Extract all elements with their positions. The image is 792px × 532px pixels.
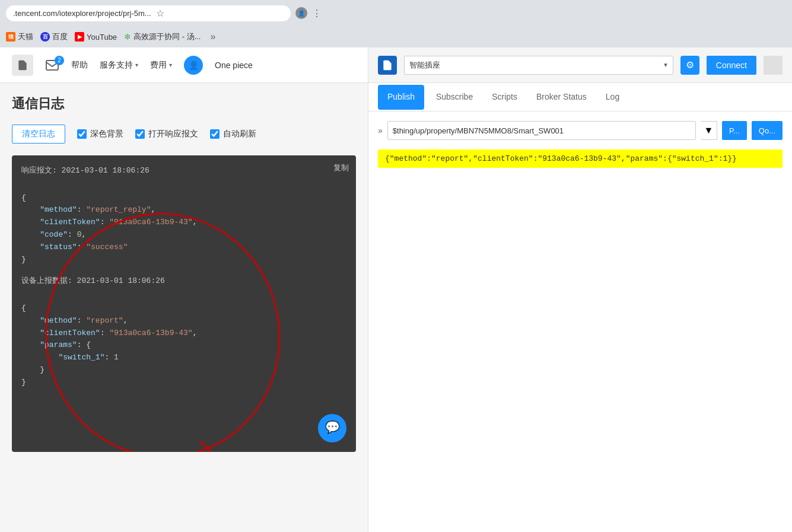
tab-broker-status[interactable]: Broker Status [527,85,596,110]
response-checkbox[interactable] [135,129,145,139]
log-area: 复制 响应报文: 2021-03-01 18:06:26 [12,155,356,452]
bookmarks-more-button[interactable]: » [210,31,215,42]
device-select[interactable]: 智能插座 [404,56,673,75]
mqtt-app-icon [378,56,397,75]
profile-icon[interactable]: 👤 [295,7,307,19]
log-entry-1-header: 响应报文: 2021-03-01 18:06:26 [21,165,346,177]
bookmark-taobao-label: 天猫 [18,31,33,42]
nav-fee-arrow: ▾ [169,62,172,68]
dark-bg-checkbox-label[interactable]: 深色背景 [77,129,123,139]
action-bar: 清空日志 深色背景 打开响应报文 自动刷新 [12,125,356,144]
bookmark-youtube-label: YouTube [87,33,117,42]
nav-fee-dropdown[interactable]: 费用 ▾ [150,60,172,71]
auto-refresh-checkbox[interactable] [210,129,220,139]
nav-doc-icon [12,55,33,76]
auto-refresh-label: 自动刷新 [223,129,256,139]
right-panel: 智能插座 ⚙ Connect Publish Subscribe Scripts… [368,47,792,532]
bookmark-snowflake[interactable]: ❄ 高效源于协同 - 汤... [124,31,201,42]
bookmarks-bar: 猫 天猫 百 百度 ▶ YouTube ❄ 高效源于协同 - 汤... » [0,26,792,47]
tab-scripts[interactable]: Scripts [482,85,527,110]
browser-menu-icon[interactable]: ⋮ [312,8,322,19]
connect-button[interactable]: Connect [707,56,756,75]
topic-chevron-icon: » [378,126,383,135]
page-title: 通信日志 [12,95,356,113]
nav-mail-button[interactable]: 2 [45,58,59,72]
nav-service-dropdown[interactable]: 服务支持 ▾ [100,60,138,71]
settings-button[interactable]: ⚙ [680,56,699,75]
log-entry-1-content: { "method": "report_reply", "clientToken… [21,180,346,266]
right-header: 智能插座 ⚙ Connect [368,47,792,83]
topic-input[interactable] [387,121,696,140]
device-select-wrapper[interactable]: 智能插座 [404,56,673,75]
copy-log-button[interactable]: 复制 [333,163,349,173]
left-content: 通信日志 清空日志 深色背景 打开响应报文 自动刷新 复制 [0,83,368,532]
tab-log[interactable]: Log [596,85,629,110]
taobao-icon: 猫 [6,32,15,42]
left-panel: 2 帮助 服务支持 ▾ 费用 ▾ 👤 One piece 通信日志 清空日志 [0,47,368,532]
publish-button[interactable]: P... [722,121,747,140]
dark-bg-label: 深色背景 [90,129,123,139]
address-bar[interactable]: .tencent.com/iotexplorer/project/prj-5m.… [6,5,291,21]
response-checkbox-label[interactable]: 打开响应报文 [135,129,198,139]
youtube-icon: ▶ [75,32,84,42]
bookmark-baidu[interactable]: 百 百度 [40,31,68,42]
nav-user-avatar: 👤 [184,56,203,75]
bookmark-star-icon[interactable]: ☆ [156,8,164,19]
address-text: .tencent.com/iotexplorer/project/prj-5m.… [13,9,151,18]
nav-service-label: 服务支持 [100,60,133,71]
left-nav: 2 帮助 服务支持 ▾ 费用 ▾ 👤 One piece [0,47,368,83]
browser-chrome: .tencent.com/iotexplorer/project/prj-5m.… [0,0,792,47]
bookmark-youtube[interactable]: ▶ YouTube [75,32,117,42]
bookmark-taobao[interactable]: 猫 天猫 [6,31,33,42]
response-label: 打开响应报文 [148,129,198,139]
auto-refresh-checkbox-label[interactable]: 自动刷新 [210,129,256,139]
mail-badge: 2 [55,56,64,65]
snowflake-icon: ❄ [124,32,131,42]
log-entry-2: 设备上报数据: 2021-03-01 18:06:26 { "method": … [21,275,346,388]
tab-publish[interactable]: Publish [378,85,424,110]
log-entry-1: 响应报文: 2021-03-01 18:06:26 { "method": "r… [21,165,346,266]
topic-row: » ▼ P... Qo... [378,121,783,140]
message-payload: {"method":"report","clientToken":"913a0c… [378,149,783,168]
address-bar-row: .tencent.com/iotexplorer/project/prj-5m.… [0,0,792,26]
main-container: 2 帮助 服务支持 ▾ 费用 ▾ 👤 One piece 通信日志 清空日志 [0,47,792,532]
expand-button[interactable] [764,56,783,75]
query-button[interactable]: Qo... [752,121,783,140]
right-content: » ▼ P... Qo... {"method":"report","clien… [368,112,792,532]
right-tabs: Publish Subscribe Scripts Broker Status … [368,83,792,112]
log-entry-2-content: { "method": "report", "clientToken": "91… [21,290,346,388]
bookmark-snowflake-label: 高效源于协同 - 汤... [133,31,201,42]
clear-log-button[interactable]: 清空日志 [12,125,65,144]
float-chat-button[interactable]: 💬 [318,414,346,442]
log-entry-2-header: 设备上报数据: 2021-03-01 18:06:26 [21,275,346,288]
baidu-icon: 百 [40,32,50,42]
topic-dropdown-button[interactable]: ▼ [701,121,717,140]
bookmark-baidu-label: 百度 [52,31,68,42]
nav-fee-label: 费用 [150,60,167,71]
dark-bg-checkbox[interactable] [77,129,87,139]
tab-subscribe[interactable]: Subscribe [427,85,482,110]
nav-username: One piece [215,60,253,70]
nav-service-arrow: ▾ [135,62,138,68]
nav-help-link[interactable]: 帮助 [71,60,88,71]
